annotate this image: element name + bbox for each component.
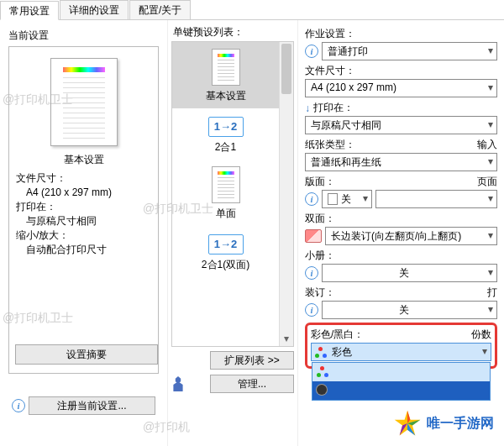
tab-bar: 常用设置 详细的设置 配置/关于 xyxy=(0,0,504,20)
info-icon[interactable]: i xyxy=(305,45,318,58)
manage-button[interactable]: 管理... xyxy=(210,375,294,393)
current-settings-label: 当前设置 xyxy=(8,29,159,43)
preset-simplex-label: 单面 xyxy=(172,207,279,221)
paper-type-value: 普通纸和再生纸 xyxy=(311,156,381,168)
info-icon[interactable]: i xyxy=(305,303,318,317)
binding-select[interactable]: 关 xyxy=(322,301,497,319)
duplex-select[interactable]: 长边装订(向左翻页/向上翻页) xyxy=(325,227,497,245)
color-mode-value: 彩色 xyxy=(332,346,352,358)
info-icon[interactable]: i xyxy=(12,399,25,412)
color-mode-dropdown xyxy=(312,362,491,401)
preset-scrollbar[interactable]: ▴ ▾ xyxy=(279,42,293,346)
tab-common[interactable]: 常用设置 xyxy=(0,1,59,20)
register-settings-button[interactable]: 注册当前设置... xyxy=(29,396,155,415)
paper-type-select[interactable]: 普通纸和再生纸 xyxy=(305,153,497,171)
info-icon[interactable]: i xyxy=(305,266,318,280)
settings-summary: 文件尺寸： A4 (210 x 297 mm) 打印在： 与原稿尺寸相同 缩小/… xyxy=(16,172,151,256)
preset-thumb-icon xyxy=(212,166,240,203)
input-tray-label: 输入 xyxy=(477,138,497,152)
doc-size-value: A4 (210 x 297 mm) xyxy=(311,81,396,93)
color-mode-label: 彩色/黑白： xyxy=(311,328,364,342)
duplex-label: 双面： xyxy=(305,212,335,226)
preset-basic[interactable]: 基本设置 xyxy=(172,42,279,108)
preset-2in1-duplex-label: 2合1(双面) xyxy=(172,258,279,272)
site-name: 唯一手游网 xyxy=(427,415,494,433)
scroll-down-icon[interactable]: ▾ xyxy=(280,333,293,346)
print-on-label: 打印在： xyxy=(313,101,354,115)
current-settings-box: 基本设置 文件尺寸： A4 (210 x 297 mm) 打印在： 与原稿尺寸相… xyxy=(8,46,159,374)
site-watermark: 唯一手游网 xyxy=(393,409,494,438)
paper-type-label: 纸张类型： xyxy=(305,138,355,152)
job-settings-select[interactable]: 普通打印 xyxy=(322,42,497,60)
layout-thumb-icon xyxy=(328,193,338,205)
preview-caption: 基本设置 xyxy=(16,153,151,167)
summary-docsize-label: 文件尺寸： xyxy=(16,172,151,185)
page-order-select[interactable] xyxy=(375,190,497,208)
booklet-label: 小册： xyxy=(305,249,335,263)
binding-label: 装订： xyxy=(305,286,335,300)
preset-basic-label: 基本设置 xyxy=(172,89,279,103)
down-arrow-icon: ↓ xyxy=(305,102,310,114)
scroll-thumb[interactable] xyxy=(281,44,291,94)
summary-printon-label: 打印在： xyxy=(16,201,151,213)
tab-detail[interactable]: 详细的设置 xyxy=(60,0,129,19)
doc-size-select[interactable]: A4 (210 x 297 mm) xyxy=(305,79,497,97)
preset-thumb-icon xyxy=(212,49,240,86)
tab-config[interactable]: 配置/关于 xyxy=(129,0,191,19)
person-icon xyxy=(171,376,185,391)
color-option-bw[interactable] xyxy=(312,381,490,400)
color-highlight-box: 彩色/黑白：份数 彩色 xyxy=(305,323,497,369)
preset-2in1-label: 2合1 xyxy=(172,140,279,155)
color-icon xyxy=(315,347,327,359)
print-on-value: 与原稿尺寸相同 xyxy=(311,119,381,131)
preset-listbox: 基本设置 1→2 2合1 单面 1→2 2合1(双面) ▴ ▾ xyxy=(171,41,294,347)
copies-label: 份数 xyxy=(471,328,491,342)
info-icon[interactable]: i xyxy=(305,192,318,206)
expand-list-button[interactable]: 扩展列表 >> xyxy=(210,351,294,370)
color-icon xyxy=(317,366,328,378)
summary-printon-value: 与原稿尺寸相同 xyxy=(16,215,151,228)
doc-size-label: 文件尺寸： xyxy=(305,64,355,78)
job-settings-value: 普通打印 xyxy=(328,45,368,57)
preset-2in1-duplex[interactable]: 1→2 2合1(双面) xyxy=(172,226,279,277)
duplex-value: 长边装订(向左翻页/向上翻页) xyxy=(331,230,461,242)
duplex-icon xyxy=(305,229,322,243)
layout-label: 版面： xyxy=(305,175,335,189)
summary-docsize-value: A4 (210 x 297 mm) xyxy=(16,186,151,199)
color-option-color[interactable] xyxy=(312,363,490,381)
binding-value: 关 xyxy=(399,304,409,316)
star-icon xyxy=(393,409,422,438)
summary-scale-value: 自动配合打印尺寸 xyxy=(16,244,151,256)
preset-2in1[interactable]: 1→2 2合1 xyxy=(172,108,279,160)
settings-summary-button[interactable]: 设置摘要 xyxy=(15,344,158,365)
page-order-label: 页面 xyxy=(477,175,497,189)
booklet-value: 关 xyxy=(399,267,409,279)
binding-side-label: 打 xyxy=(487,286,497,300)
color-mode-select[interactable]: 彩色 xyxy=(311,343,491,361)
print-on-select[interactable]: 与原稿尺寸相同 xyxy=(305,116,497,134)
preset-list-label: 单键预设列表： xyxy=(168,20,297,41)
summary-scale-label: 缩小/放大： xyxy=(16,229,151,242)
page-preview xyxy=(50,58,118,146)
job-settings-label: 作业设置： xyxy=(305,27,355,41)
preset-glyph-icon: 1→2 xyxy=(208,234,244,254)
layout-value: 关 xyxy=(341,192,351,207)
booklet-select[interactable]: 关 xyxy=(322,264,497,282)
preset-simplex[interactable]: 单面 xyxy=(172,160,279,226)
preset-glyph-icon: 1→2 xyxy=(208,117,244,137)
